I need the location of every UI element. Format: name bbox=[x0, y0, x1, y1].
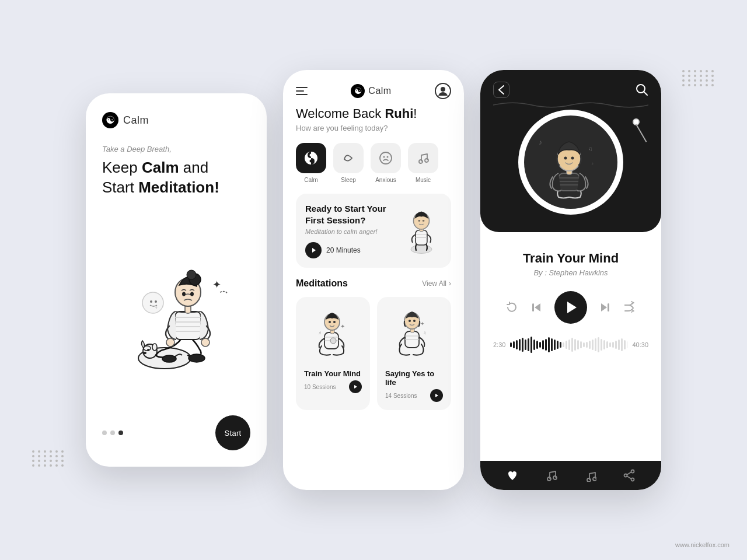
svg-point-69 bbox=[571, 157, 574, 160]
svg-text:✦: ✦ bbox=[340, 323, 345, 330]
meditation-2-sessions: 14 Sessions bbox=[385, 393, 417, 399]
svg-point-13 bbox=[166, 338, 174, 346]
mood-calm-icon bbox=[296, 143, 326, 173]
dot-1 bbox=[102, 430, 107, 435]
session-card-title: Ready to Start Your First Session? bbox=[305, 203, 401, 226]
svg-text:✦: ✦ bbox=[212, 279, 221, 290]
svg-point-4 bbox=[147, 349, 149, 351]
play-triangle bbox=[312, 248, 316, 253]
deco-dots-right bbox=[682, 70, 715, 86]
player-topbar bbox=[493, 82, 648, 98]
svg-marker-73 bbox=[535, 303, 540, 312]
dot-3 bbox=[118, 430, 123, 435]
svg-point-45 bbox=[330, 338, 336, 344]
svg-point-68 bbox=[564, 157, 567, 160]
mood-sleep[interactable]: Sleep bbox=[333, 143, 364, 183]
svg-point-31 bbox=[387, 156, 389, 158]
meditation-card-2[interactable]: ✦ ♫ Saying Yes to life 14 Sessions bbox=[377, 297, 451, 410]
welcome-text: Welcome Back Ruhi! bbox=[296, 106, 451, 121]
session-subtitle: Meditation to calm anger! bbox=[305, 228, 401, 235]
svg-point-57 bbox=[409, 320, 411, 322]
meditations-header: Meditations View All › bbox=[296, 278, 451, 289]
meditation-2-play[interactable] bbox=[430, 389, 443, 402]
dashboard-body: Welcome Back Ruhi! How are you feeling t… bbox=[283, 106, 464, 490]
play-row: 20 Minutes bbox=[305, 242, 401, 258]
vinyl-record: ♪ ♫ ♪ bbox=[518, 110, 623, 215]
svg-rect-8 bbox=[175, 312, 201, 340]
session-illustration bbox=[401, 203, 442, 256]
mood-grid: Calm Sleep bbox=[296, 143, 451, 183]
dot-2 bbox=[110, 430, 115, 435]
svg-text:♪: ♪ bbox=[591, 161, 594, 166]
mood-calm-label: Calm bbox=[304, 177, 317, 183]
feeling-question: How are you feeling today? bbox=[296, 124, 451, 132]
meditation-card-1[interactable]: ✦ ♬ Train Your Mind 10 Sessions bbox=[296, 297, 370, 410]
current-time: 2:30 bbox=[493, 341, 505, 348]
svg-point-79 bbox=[587, 478, 591, 482]
svg-point-21 bbox=[142, 292, 163, 313]
svg-text:♬: ♬ bbox=[318, 330, 322, 335]
mood-anxious-icon bbox=[371, 143, 401, 173]
svg-point-48 bbox=[329, 321, 331, 323]
user-avatar[interactable] bbox=[435, 83, 451, 99]
onboarding-illustration: ✦ bbox=[102, 207, 250, 411]
onboarding-headline: Keep Calm andStart Meditation! bbox=[102, 158, 250, 198]
mood-anxious[interactable]: Anxious bbox=[371, 143, 401, 183]
hamburger-menu[interactable] bbox=[296, 87, 308, 95]
svg-point-58 bbox=[413, 320, 416, 322]
meditation-1-play[interactable] bbox=[349, 380, 362, 393]
mood-calm[interactable]: Calm bbox=[296, 143, 326, 183]
mood-music-label: Music bbox=[416, 177, 431, 183]
search-icon[interactable] bbox=[636, 83, 648, 96]
play-tiny-triangle-2 bbox=[435, 394, 438, 397]
svg-point-6 bbox=[189, 354, 205, 362]
svg-point-7 bbox=[162, 355, 176, 362]
svg-point-27 bbox=[310, 154, 313, 157]
session-card-text: Ready to Start Your First Session? Medit… bbox=[305, 203, 401, 258]
session-play-button[interactable] bbox=[305, 242, 322, 258]
dashboard-topbar: ☯ Calm bbox=[283, 70, 464, 106]
svg-point-29 bbox=[380, 152, 392, 164]
meditation-grid: ✦ ♬ Train Your Mind 10 Sessions bbox=[296, 297, 451, 410]
waveform[interactable] bbox=[510, 337, 627, 353]
skip-back-button[interactable] bbox=[530, 301, 543, 314]
skip-forward-button[interactable] bbox=[599, 301, 612, 314]
replay-button[interactable] bbox=[505, 301, 518, 314]
player-bottom: Train Your Mind By : Stephen Hawkins bbox=[480, 232, 661, 490]
main-play-button[interactable] bbox=[554, 291, 587, 324]
phone-onboarding: ☯ Calm Take a Deep Breath, Keep Calm and… bbox=[86, 93, 267, 467]
total-time: 40:30 bbox=[632, 341, 648, 348]
dashboard-logo-text: Calm bbox=[368, 86, 391, 96]
topbar-center: ☯ Calm bbox=[351, 84, 391, 98]
meditations-title: Meditations bbox=[296, 278, 348, 289]
mood-music[interactable]: Music bbox=[408, 143, 438, 183]
svg-point-19 bbox=[182, 292, 186, 296]
shuffle-button[interactable] bbox=[623, 301, 636, 314]
nav-music[interactable] bbox=[584, 469, 596, 482]
app-logo-name: Calm bbox=[123, 114, 149, 127]
nav-playlist[interactable] bbox=[545, 469, 558, 482]
onboarding-tagline: Take a Deep Breath, bbox=[102, 145, 250, 153]
mood-music-icon bbox=[408, 143, 438, 173]
nav-share[interactable] bbox=[623, 469, 636, 482]
nav-favorite[interactable] bbox=[506, 469, 519, 482]
onboarding-header: ☯ Calm bbox=[102, 112, 250, 128]
pagination-dots bbox=[102, 430, 123, 435]
svg-point-18 bbox=[187, 270, 196, 279]
dashboard-logo-icon: ☯ bbox=[351, 84, 365, 98]
svg-point-28 bbox=[310, 160, 313, 163]
main-play-triangle bbox=[567, 302, 577, 313]
view-all[interactable]: View All › bbox=[422, 279, 451, 288]
svg-point-34 bbox=[411, 245, 432, 253]
start-button[interactable]: Start bbox=[215, 415, 250, 450]
svg-text:♪: ♪ bbox=[539, 138, 542, 146]
player-top: ♪ ♫ ♪ bbox=[480, 70, 661, 232]
back-button[interactable] bbox=[493, 82, 509, 98]
player-nav bbox=[480, 461, 661, 490]
play-tiny-triangle bbox=[354, 385, 357, 388]
svg-point-32 bbox=[419, 160, 423, 163]
meditation-2-sessions-row: 14 Sessions bbox=[385, 389, 443, 402]
vinyl-inner: ♪ ♫ ♪ bbox=[524, 116, 617, 209]
app-logo-icon: ☯ bbox=[102, 112, 118, 128]
session-card[interactable]: Ready to Start Your First Session? Medit… bbox=[296, 194, 451, 268]
